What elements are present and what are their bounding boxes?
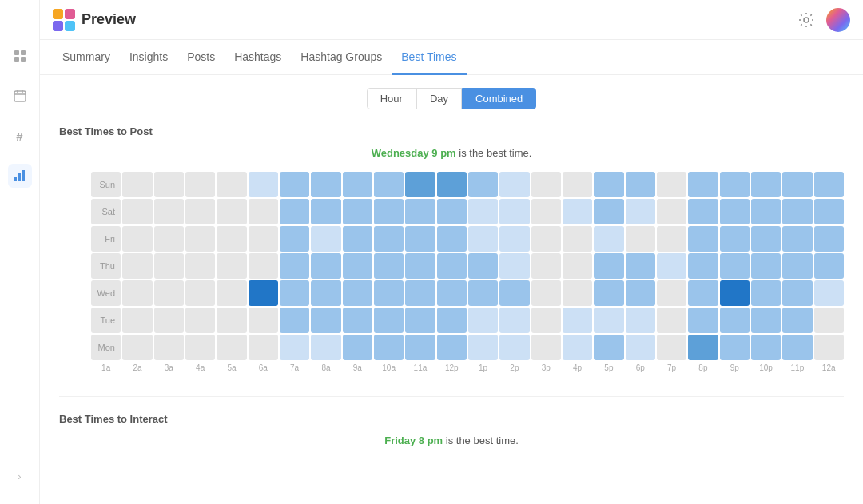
col-label: 5a bbox=[217, 363, 246, 372]
heatmap-cell bbox=[311, 226, 340, 252]
settings-button[interactable] bbox=[794, 8, 818, 32]
heatmap-cell bbox=[154, 253, 184, 279]
heatmap-cell bbox=[499, 199, 529, 224]
heatmap-cell bbox=[688, 226, 718, 252]
heatmap-cell bbox=[374, 308, 404, 333]
col-label: 6p bbox=[626, 363, 655, 372]
heatmap-cell bbox=[499, 253, 529, 279]
heatmap-cell bbox=[374, 226, 404, 252]
heatmap-cell bbox=[437, 226, 467, 252]
heatmap-cell bbox=[657, 253, 686, 279]
heatmap-cell bbox=[782, 172, 812, 197]
heatmap-cell bbox=[468, 335, 498, 360]
avatar[interactable] bbox=[826, 8, 850, 32]
heatmap-cell bbox=[154, 335, 184, 360]
heatmap-cell bbox=[374, 335, 404, 360]
heatmap-cell bbox=[217, 253, 246, 279]
heatmap-cell bbox=[405, 308, 435, 333]
heatmap-cell bbox=[751, 253, 781, 279]
heatmap-cell bbox=[720, 226, 750, 252]
heatmap-cell bbox=[405, 172, 435, 197]
heatmap-cell bbox=[468, 253, 498, 279]
tab-summary[interactable]: Summary bbox=[53, 40, 120, 75]
heatmap-cell bbox=[468, 308, 498, 333]
heatmap-cell bbox=[185, 253, 215, 279]
col-label: 12a bbox=[814, 363, 844, 372]
heatmap-cell bbox=[814, 335, 844, 360]
sidebar-icon-grid[interactable] bbox=[8, 44, 32, 68]
sidebar-icon-hashtag[interactable]: # bbox=[8, 124, 32, 148]
heatmap-cell bbox=[122, 199, 152, 224]
heatmap-cell bbox=[594, 172, 623, 197]
filter-hour[interactable]: Hour bbox=[367, 88, 416, 109]
heatmap-cell bbox=[154, 308, 184, 333]
heatmap-cell bbox=[782, 199, 812, 224]
sidebar-chevron[interactable]: › bbox=[8, 464, 32, 488]
heatmap-cell bbox=[720, 280, 750, 306]
heatmap-cell bbox=[374, 172, 404, 197]
heatmap-cell bbox=[499, 226, 529, 252]
heatmap-cell bbox=[531, 335, 561, 360]
tab-best-times[interactable]: Best Times bbox=[392, 40, 466, 75]
heatmap-row: Mon bbox=[91, 335, 844, 360]
sidebar: # › bbox=[0, 0, 40, 504]
tab-insights[interactable]: Insights bbox=[120, 40, 177, 75]
heatmap-row: Wed bbox=[91, 280, 844, 306]
heatmap-row: Fri bbox=[91, 226, 844, 252]
row-label: Sat bbox=[91, 199, 120, 224]
heatmap-cell bbox=[122, 226, 152, 252]
heatmap-cell bbox=[563, 172, 592, 197]
heatmap-cell bbox=[280, 226, 309, 252]
tab-hashtags[interactable]: Hashtags bbox=[225, 40, 291, 75]
best-time-post-label: Wednesday 9 pm is the best time. bbox=[59, 147, 844, 159]
col-label: 10p bbox=[751, 363, 781, 372]
col-label: 11a bbox=[405, 363, 435, 372]
col-label: 2p bbox=[499, 363, 529, 372]
heatmap-cell bbox=[751, 226, 781, 252]
heatmap-cell bbox=[217, 308, 246, 333]
sidebar-icon-analytics[interactable] bbox=[8, 164, 32, 188]
heatmap-cell bbox=[122, 172, 152, 197]
heatmap-cell bbox=[280, 335, 309, 360]
heatmap-cell bbox=[343, 253, 372, 279]
heatmap-cell bbox=[311, 253, 340, 279]
heatmap-cell bbox=[154, 199, 184, 224]
heatmap-cell bbox=[311, 335, 340, 360]
heatmap-cell bbox=[499, 308, 529, 333]
heatmap-cell bbox=[657, 199, 686, 224]
row-label: Tue bbox=[91, 308, 120, 333]
heatmap-cell bbox=[751, 172, 781, 197]
heatmap-cell bbox=[437, 308, 467, 333]
heatmap-cell bbox=[626, 280, 655, 306]
heatmap-cell bbox=[563, 308, 592, 333]
heatmap-cell bbox=[626, 308, 655, 333]
svg-rect-4 bbox=[14, 91, 26, 101]
heatmap-cell bbox=[185, 172, 215, 197]
heatmap-cell bbox=[185, 308, 215, 333]
col-label: 10a bbox=[374, 363, 404, 372]
row-label: Mon bbox=[91, 335, 120, 360]
filter-combined[interactable]: Combined bbox=[462, 88, 536, 109]
heatmap-cell bbox=[249, 172, 278, 197]
heatmap-cell bbox=[626, 172, 655, 197]
heatmap-cell bbox=[594, 253, 623, 279]
tab-posts[interactable]: Posts bbox=[177, 40, 225, 75]
heatmap-cell bbox=[122, 253, 152, 279]
sidebar-icon-calendar[interactable] bbox=[8, 84, 32, 108]
svg-rect-3 bbox=[21, 57, 26, 62]
heatmap-cell bbox=[626, 199, 655, 224]
filter-day[interactable]: Day bbox=[416, 88, 462, 109]
svg-rect-11 bbox=[53, 9, 63, 19]
heatmap-cell bbox=[280, 253, 309, 279]
heatmap-cell bbox=[311, 199, 340, 224]
heatmap-cell bbox=[249, 280, 278, 306]
row-label: Fri bbox=[91, 226, 120, 252]
heatmap-cell bbox=[405, 335, 435, 360]
col-label: 5p bbox=[594, 363, 623, 372]
col-label: 1a bbox=[91, 363, 121, 372]
tab-hashtag-groups[interactable]: Hashtag Groups bbox=[291, 40, 392, 75]
svg-rect-12 bbox=[65, 9, 75, 19]
heatmap-cell bbox=[343, 199, 372, 224]
heatmap-cell bbox=[343, 280, 372, 306]
heatmap-cell bbox=[154, 226, 184, 252]
